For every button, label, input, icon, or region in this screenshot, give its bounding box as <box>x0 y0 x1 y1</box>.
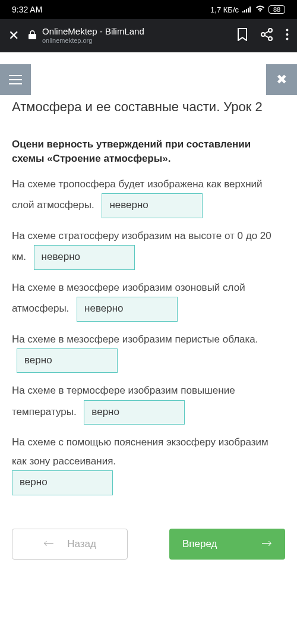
status-data: 1,7 КБ/с <box>210 5 239 14</box>
task-row: На схеме с помощью пояснения экзосферу и… <box>12 433 285 495</box>
status-bar: 9:32 AM 1,7 КБ/с 88 <box>0 0 297 19</box>
menu-button[interactable] <box>0 64 31 95</box>
browser-bar: ✕ OnlineMektep - BilimLand onlinemektep.… <box>0 19 297 52</box>
answer-box[interactable]: неверно <box>102 193 203 218</box>
task-row: На схеме тропосфера будет изображена как… <box>12 175 285 218</box>
arrow-left-icon: 🡐 <box>43 538 54 550</box>
wifi-icon <box>255 5 265 14</box>
lock-icon <box>29 30 36 41</box>
arrow-right-icon: 🡒 <box>261 538 272 550</box>
svg-point-5 <box>286 29 289 31</box>
browser-title: OnlineMektep - BilimLand <box>42 26 144 37</box>
forward-button[interactable]: Вперед 🡒 <box>169 529 285 560</box>
answer-box[interactable]: верно <box>12 470 113 495</box>
back-button[interactable]: 🡐 Назад <box>12 529 128 560</box>
task-row: На схеме в термосфере изобразим повышени… <box>12 381 285 425</box>
svg-line-4 <box>265 35 269 37</box>
svg-point-6 <box>286 33 289 36</box>
answer-box[interactable]: неверно <box>34 245 135 269</box>
forward-label: Вперед <box>182 538 217 550</box>
svg-point-0 <box>268 29 272 32</box>
more-icon[interactable] <box>286 29 289 43</box>
svg-point-7 <box>286 37 289 40</box>
close-panel-button[interactable]: ✖ <box>266 64 297 95</box>
task-row: На схеме в мезосфере изобразим озоновый … <box>12 278 285 322</box>
svg-point-2 <box>268 37 272 40</box>
task-text: На схеме в мезосфере изобразим перистые … <box>12 334 258 345</box>
bookmark-icon[interactable] <box>237 28 248 44</box>
svg-line-3 <box>265 31 269 33</box>
instruction-text: Оцени верность утверждений при составлен… <box>12 137 285 167</box>
task-row: На схеме стратосферу изобразим на высоте… <box>12 227 285 270</box>
page-title: Атмосфера и ее составные части. Урок 2 <box>12 99 285 116</box>
back-label: Назад <box>67 538 96 550</box>
battery-indicator: 88 <box>268 5 285 14</box>
svg-point-1 <box>261 33 265 36</box>
answer-box[interactable]: неверно <box>77 297 178 321</box>
task-text: На схеме с помощью пояснения экзосферу и… <box>12 436 268 466</box>
answer-box[interactable]: верно <box>17 348 118 373</box>
task-row: На схеме в мезосфере изобразим перистые … <box>12 330 285 373</box>
browser-domain: onlinemektep.org <box>42 37 144 45</box>
answer-box[interactable]: верно <box>84 400 185 425</box>
page-content: ✖ Атмосфера и ее составные части. Урок 2… <box>0 52 297 644</box>
status-time: 9:32 AM <box>12 5 42 14</box>
share-icon[interactable] <box>261 28 273 44</box>
signal-icon <box>242 5 252 14</box>
close-icon[interactable]: ✕ <box>8 28 19 43</box>
